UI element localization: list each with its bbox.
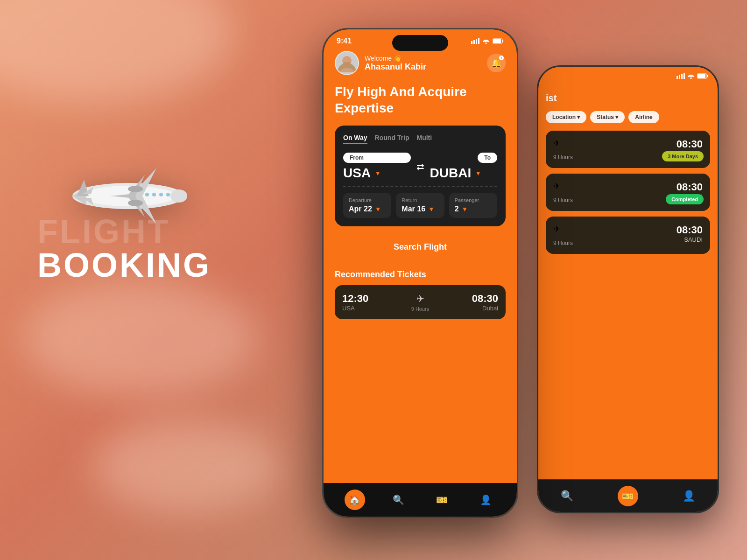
swap-icon[interactable]: ⇄ xyxy=(416,161,424,172)
dynamic-island xyxy=(392,35,448,51)
ticket-depart-time: 12:30 xyxy=(342,293,368,305)
tab-multi[interactable]: Multi xyxy=(417,134,432,144)
svg-rect-23 xyxy=(707,75,708,77)
filter-status[interactable]: Status ▾ xyxy=(590,111,625,123)
svg-rect-24 xyxy=(698,74,705,78)
svg-rect-18 xyxy=(679,75,680,79)
date-row: Departure Apr 22 ▼ Return Mar 16 ▼ xyxy=(343,193,497,218)
bottom-nav: 🏠 🔍 🎫 👤 xyxy=(324,483,517,517)
plane-icon-3: ✈ xyxy=(553,224,573,234)
ticket-flight-info: ✈ 9 Hours xyxy=(411,293,430,312)
svg-rect-35 xyxy=(343,62,351,66)
back-nav-search[interactable]: 🔍 xyxy=(561,490,573,502)
flight-card-3[interactable]: ✈ 9 Hours 08:30 SAUDI xyxy=(546,217,710,254)
welcome-text: Welcome 👋 xyxy=(365,55,426,62)
ticket-arrive-time: 08:30 xyxy=(472,293,498,305)
welcome-info: Welcome 👋 Ahasanul Kabir xyxy=(365,55,426,72)
to-field[interactable]: To DUBAI ▼ xyxy=(430,153,498,181)
notification-button[interactable]: 🔔 1 xyxy=(487,54,506,72)
departure-value: Apr 22 ▼ xyxy=(349,205,386,213)
return-field[interactable]: Return Mar 16 ▼ xyxy=(396,193,444,218)
flight-time-2: 08:30 xyxy=(677,181,703,193)
flight-time-1: 08:30 xyxy=(677,138,703,150)
ticket-depart: 12:30 USA xyxy=(342,293,368,312)
svg-point-29 xyxy=(486,43,487,44)
departure-dropdown-arrow: ▼ xyxy=(375,205,381,213)
ticket-depart-city: USA xyxy=(342,305,368,312)
to-label: To xyxy=(478,153,497,163)
passenger-label: Passenger xyxy=(455,197,492,203)
passenger-field[interactable]: Passenger 2 ▼ xyxy=(449,193,497,218)
svg-rect-26 xyxy=(473,40,475,44)
filter-location[interactable]: Location ▾ xyxy=(546,111,586,123)
user-name: Ahasanul Kabir xyxy=(365,62,426,72)
tab-round-trip[interactable]: Round Trip xyxy=(375,134,409,144)
ticket-duration: 9 Hours xyxy=(411,306,430,312)
flight-duration-1: 9 Hours xyxy=(553,154,573,161)
phone-front: 9:41 xyxy=(322,28,518,518)
departure-label: Departure xyxy=(349,197,386,203)
flight-duration-2: 9 Hours xyxy=(553,197,573,203)
svg-point-12 xyxy=(128,200,143,206)
svg-point-21 xyxy=(691,78,692,79)
svg-rect-20 xyxy=(684,73,685,79)
avatar-welcome: Welcome 👋 Ahasanul Kabir xyxy=(335,51,426,75)
nav-tickets[interactable]: 🎫 xyxy=(432,490,452,510)
user-avatar xyxy=(335,51,359,75)
ticket-plane-icon: ✈ xyxy=(416,293,424,304)
notification-dot: 1 xyxy=(499,56,504,60)
nav-home[interactable]: 🏠 xyxy=(345,490,365,510)
plane-icon-2: ✈ xyxy=(553,181,573,191)
svg-rect-31 xyxy=(502,40,503,42)
ticket-arrive: 08:30 Dubai xyxy=(472,293,498,312)
back-bottom-nav: 🔍 🎫 👤 xyxy=(538,479,718,512)
nav-search[interactable]: 🔍 xyxy=(388,490,409,510)
ticket-card[interactable]: 12:30 USA ✈ 9 Hours 08:30 Dubai xyxy=(335,285,506,319)
status-icons xyxy=(471,38,504,44)
from-city[interactable]: USA ▼ xyxy=(343,166,411,181)
passenger-value: 2 ▼ xyxy=(455,205,492,213)
flight-card-1[interactable]: ✈ 9 Hours 08:30 Dubai 3 More Days xyxy=(546,131,710,168)
plane-icon-1: ✈ xyxy=(553,138,573,148)
filter-airline[interactable]: Airline xyxy=(628,111,659,123)
recommended-title: Recommended Tickets xyxy=(335,270,506,280)
from-field[interactable]: From USA ▼ xyxy=(343,153,411,181)
brand-flight-label: FLIGHT xyxy=(37,215,233,248)
flight-duration-3: 9 Hours xyxy=(553,240,573,246)
back-status-bar xyxy=(538,67,718,79)
flight-time-3: 08:30 xyxy=(677,224,703,236)
svg-rect-32 xyxy=(493,39,501,43)
return-value: Mar 16 ▼ xyxy=(402,205,438,213)
status-time: 9:41 xyxy=(337,37,352,45)
nav-profile[interactable]: 👤 xyxy=(475,490,496,510)
passenger-dropdown-arrow: ▼ xyxy=(462,205,468,213)
svg-rect-27 xyxy=(476,39,477,44)
back-status-icons xyxy=(677,73,708,79)
return-label: Return xyxy=(402,197,438,203)
svg-point-16 xyxy=(166,193,170,196)
search-flight-button[interactable]: Search Flight xyxy=(335,234,506,260)
filter-chips: Location ▾ Status ▾ Airline xyxy=(546,111,710,123)
tab-one-way[interactable]: On Way xyxy=(343,134,367,144)
svg-point-11 xyxy=(128,186,143,192)
to-city[interactable]: DUBAI ▼ xyxy=(430,166,498,181)
phone-content: Welcome 👋 Ahasanul Kabir 🔔 1 Fly High An… xyxy=(324,51,517,473)
hero-text: Fly High And Acquire Expertise xyxy=(335,84,506,116)
back-nav-tickets[interactable]: 🎫 xyxy=(618,486,638,506)
svg-rect-28 xyxy=(478,38,479,44)
back-nav-profile[interactable]: 👤 xyxy=(683,490,695,502)
svg-point-13 xyxy=(145,193,149,196)
route-selector: From USA ▼ ⇄ To DUBAI ▼ xyxy=(343,153,497,181)
brand-booking-label: BOOKING xyxy=(37,248,233,282)
svg-point-15 xyxy=(159,193,163,196)
from-label: From xyxy=(343,153,411,163)
header-row: Welcome 👋 Ahasanul Kabir 🔔 1 xyxy=(335,51,506,75)
booking-card: On Way Round Trip Multi From USA ▼ xyxy=(335,126,506,226)
status-badge-1: 3 More Days xyxy=(662,151,704,161)
svg-point-14 xyxy=(152,193,156,196)
flight-card-2[interactable]: ✈ 9 Hours 08:30 UK Completed xyxy=(546,174,710,211)
phone-back: ist Location ▾ Status ▾ Airline ✈ 9 Hour… xyxy=(537,65,719,513)
to-dropdown-arrow: ▼ xyxy=(475,169,481,177)
flight-list: ✈ 9 Hours 08:30 Dubai 3 More Days xyxy=(546,131,710,254)
departure-field[interactable]: Departure Apr 22 ▼ xyxy=(343,193,391,218)
